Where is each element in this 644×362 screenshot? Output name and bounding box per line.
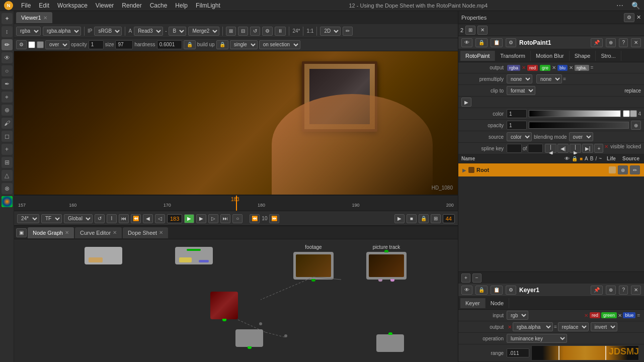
- viewer-layout-btn1[interactable]: ⊞: [226, 27, 236, 36]
- b-label-select[interactable]: B: [169, 27, 186, 36]
- color-chip-white[interactable]: [623, 110, 630, 117]
- viewer-lock-btn[interactable]: 🔒: [419, 214, 429, 223]
- row-edit-btn[interactable]: ✏: [630, 165, 640, 174]
- next-btn[interactable]: ▷: [208, 214, 218, 223]
- tf-select[interactable]: TF: [41, 214, 62, 223]
- viewer1-tab[interactable]: Viewer1 ✕: [16, 12, 52, 23]
- menu-help[interactable]: Help: [175, 2, 188, 9]
- sidebar-icon-select[interactable]: ⌖: [2, 92, 13, 103]
- source-select[interactable]: color: [507, 132, 532, 141]
- node-bottom2[interactable]: [376, 334, 404, 352]
- tab-stroke[interactable]: Stro...: [596, 51, 621, 61]
- hardness-lock-btn[interactable]: 🔒: [184, 40, 196, 49]
- repeat-btn[interactable]: ↺: [95, 214, 105, 223]
- dope-sheet-close[interactable]: ✕: [159, 230, 163, 235]
- spline-x[interactable]: ✕: [604, 144, 608, 153]
- current-frame-display[interactable]: 183: [167, 214, 182, 223]
- viewer-flip-btn[interactable]: ↺: [250, 27, 260, 36]
- keyer-output-action2-select[interactable]: invert: [591, 322, 617, 331]
- properties-settings-btn[interactable]: ⚙: [624, 13, 634, 22]
- curve-editor-close[interactable]: ✕: [113, 230, 117, 235]
- curve-editor-tab[interactable]: Curve Editor ✕: [75, 227, 122, 238]
- menu-viewer[interactable]: Viewer: [96, 2, 114, 9]
- keyer-clone-btn[interactable]: ⊕: [606, 286, 616, 295]
- clip-to-select[interactable]: format: [507, 86, 535, 95]
- sidebar-icon-triangle[interactable]: △: [2, 170, 13, 181]
- row-color-chip[interactable]: [609, 166, 616, 173]
- menu-workspace[interactable]: Workspace: [57, 2, 88, 9]
- picture-track-node[interactable]: [366, 252, 407, 280]
- skip-end-btn[interactable]: ⏭: [220, 214, 230, 223]
- timeline-ruler[interactable]: 183 157 160 170 180 190 200: [14, 196, 458, 211]
- sidebar-icon-draw[interactable]: ✏: [2, 39, 13, 50]
- premultiply-select[interactable]: none: [507, 74, 532, 83]
- sidebar-icon-zoom[interactable]: ⊕: [2, 105, 13, 116]
- sidebar-icon-eraser[interactable]: ◻: [2, 131, 13, 142]
- stroke-select[interactable]: single: [230, 40, 258, 49]
- fps-select[interactable]: 24*: [17, 214, 39, 223]
- prev-frame-btn[interactable]: ◀: [143, 214, 153, 223]
- roto-close-btn[interactable]: ✕: [631, 38, 641, 47]
- spline-nav-1[interactable]: |◀: [545, 144, 556, 153]
- size-input[interactable]: [115, 40, 133, 49]
- footage-node[interactable]: [293, 252, 334, 280]
- frame-fwd-btn[interactable]: ⏩: [269, 214, 279, 223]
- sidebar-icon-circle[interactable]: ○: [2, 65, 13, 76]
- menu-filmlight[interactable]: FilmLight: [196, 2, 220, 9]
- viewer-edit-btn[interactable]: ✏: [343, 27, 353, 36]
- tab-motion-blur[interactable]: Motion Blur: [531, 51, 570, 61]
- color-input[interactable]: [507, 109, 527, 118]
- keyer-out-x[interactable]: ✕: [507, 324, 513, 330]
- roto-visible-btn[interactable]: 👁: [461, 38, 472, 47]
- roto-pin-btn[interactable]: 📌: [591, 38, 603, 47]
- viewer-push-btn[interactable]: ⊞: [431, 214, 441, 223]
- row-copy-btn[interactable]: ⊕: [618, 165, 628, 174]
- tab-transform[interactable]: Transform: [495, 51, 531, 61]
- channel-gre[interactable]: gre: [540, 65, 550, 71]
- brush-color2-btn[interactable]: [37, 41, 44, 48]
- menu-cache[interactable]: Cache: [150, 2, 168, 9]
- dust-texture-node[interactable]: [210, 292, 238, 319]
- spline-nav-3[interactable]: |▶: [570, 144, 581, 153]
- roto-book-btn[interactable]: 📋: [491, 38, 503, 47]
- menu-file[interactable]: File: [21, 2, 31, 9]
- viewer-gear-btn[interactable]: ⚙: [262, 27, 273, 36]
- channel-x[interactable]: ✕: [522, 65, 526, 70]
- node-panel-toggle[interactable]: ▣: [16, 228, 27, 237]
- sidebar-icon-add[interactable]: +: [2, 144, 13, 155]
- keyer-blue[interactable]: blue: [623, 312, 635, 318]
- dope-sheet-tab[interactable]: Dope Sheet ✕: [123, 227, 168, 238]
- sidebar-icon-view[interactable]: 👁: [2, 52, 13, 63]
- spline-nav-2[interactable]: ◀|: [557, 144, 569, 153]
- in-point-btn[interactable]: I: [107, 214, 117, 223]
- play-btn[interactable]: ▶: [184, 214, 194, 223]
- keyer-red[interactable]: red: [590, 312, 600, 318]
- blend-mode-select[interactable]: over: [45, 40, 69, 49]
- blending-mode-select[interactable]: over: [569, 132, 593, 141]
- keyer-pin-btn[interactable]: 📌: [591, 286, 603, 295]
- node-bottom1[interactable]: [235, 329, 263, 347]
- node-graph-close[interactable]: ✕: [65, 230, 69, 235]
- viewer1-close[interactable]: ✕: [43, 15, 47, 21]
- stop-btn[interactable]: ○: [232, 214, 243, 223]
- brush-settings-btn[interactable]: ⚙: [16, 40, 27, 49]
- opacity-input[interactable]: [89, 40, 104, 49]
- skip-start-btn[interactable]: ⏮: [119, 214, 129, 223]
- menu-edit[interactable]: Edit: [39, 2, 49, 9]
- panel-btn1[interactable]: ⊞: [465, 26, 475, 35]
- prev-btn[interactable]: ◁: [155, 214, 165, 223]
- channel-x3[interactable]: ✕: [569, 65, 573, 70]
- properties-close[interactable]: ✕: [636, 14, 641, 21]
- premultiply-select2[interactable]: none: [536, 74, 562, 83]
- b-node-select[interactable]: Merge2: [188, 27, 219, 36]
- tab-shape[interactable]: Shape: [570, 51, 596, 61]
- keyer-output-action-select[interactable]: replace: [558, 322, 589, 331]
- keyer-tab-node[interactable]: Node: [486, 298, 509, 308]
- keyer-info-btn[interactable]: ?: [619, 286, 628, 295]
- brush-color-btn[interactable]: [28, 41, 35, 48]
- channel-red[interactable]: red: [527, 65, 538, 71]
- color-gradient[interactable]: [529, 110, 621, 117]
- menu-render[interactable]: Render: [122, 2, 141, 9]
- spline-add[interactable]: +: [594, 144, 603, 153]
- colorspace-select[interactable]: sRGB: [94, 27, 122, 36]
